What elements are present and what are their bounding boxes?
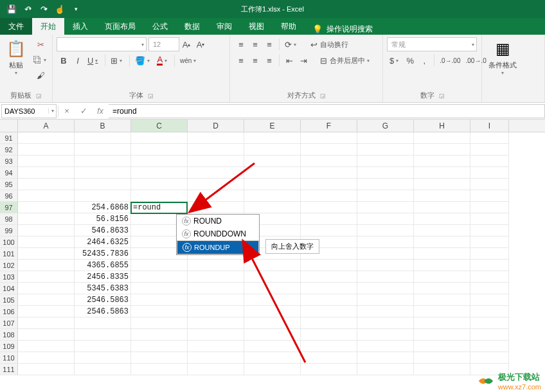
cell[interactable] — [75, 341, 131, 352]
cell[interactable]: 52435.7836 — [75, 248, 131, 260]
phonetic-button[interactable]: wén▾ — [177, 53, 201, 67]
cell[interactable] — [414, 248, 470, 260]
cell[interactable] — [301, 364, 357, 375]
cell[interactable] — [18, 132, 75, 144]
cell[interactable] — [301, 294, 357, 306]
comma-format-button[interactable]: , — [417, 53, 431, 67]
format-painter-button[interactable]: 🖌 — [31, 68, 51, 82]
cell[interactable] — [188, 294, 244, 306]
col-header-C[interactable]: C — [131, 120, 188, 132]
row-header[interactable]: 110 — [0, 352, 18, 364]
cell[interactable] — [301, 260, 357, 271]
cell[interactable] — [75, 167, 131, 179]
cell[interactable] — [357, 306, 414, 317]
tab-review[interactable]: 审阅 — [208, 18, 240, 35]
cell[interactable] — [244, 364, 301, 375]
cell[interactable] — [188, 283, 244, 294]
cell[interactable] — [131, 144, 188, 156]
bold-button[interactable]: B — [57, 53, 71, 67]
cell[interactable] — [188, 132, 244, 144]
cell[interactable] — [357, 190, 414, 202]
fill-color-button[interactable]: 🪣▾ — [132, 53, 154, 67]
cell[interactable] — [301, 306, 357, 317]
cell[interactable] — [131, 364, 188, 375]
cell[interactable] — [414, 341, 470, 352]
cell[interactable] — [357, 248, 414, 260]
tab-help[interactable]: 帮助 — [272, 18, 305, 35]
cell[interactable] — [301, 190, 357, 202]
cell[interactable] — [188, 352, 244, 364]
cell[interactable] — [131, 352, 188, 364]
cell[interactable] — [188, 156, 244, 167]
touch-mode-icon[interactable]: ☝ — [52, 1, 67, 17]
cell[interactable] — [414, 213, 470, 225]
cell[interactable] — [301, 213, 357, 225]
row-header[interactable]: 101 — [0, 248, 18, 260]
cell[interactable] — [301, 341, 357, 352]
cell[interactable] — [131, 294, 188, 306]
cell[interactable] — [244, 167, 301, 179]
row-header[interactable]: 100 — [0, 236, 18, 248]
cell[interactable] — [470, 306, 509, 317]
tab-formulas[interactable]: 公式 — [144, 18, 176, 35]
cell[interactable] — [244, 260, 301, 271]
wrap-text-button[interactable]: ↩自动换行 — [306, 37, 353, 51]
cell[interactable] — [357, 144, 414, 156]
cell[interactable] — [414, 190, 470, 202]
cell[interactable] — [470, 283, 509, 294]
cell[interactable]: 56.8156 — [75, 213, 131, 225]
cell[interactable] — [188, 190, 244, 202]
cell[interactable] — [244, 294, 301, 306]
row-header[interactable]: 94 — [0, 167, 18, 179]
font-size-select[interactable]: 12 — [148, 37, 179, 51]
cell[interactable] — [357, 156, 414, 167]
cell[interactable]: 254.6868 — [75, 202, 131, 213]
paste-button[interactable]: 📋 粘贴 ▾ — [4, 37, 28, 77]
col-header-B[interactable]: B — [75, 120, 131, 132]
cell[interactable] — [75, 352, 131, 364]
col-header-F[interactable]: F — [301, 120, 357, 132]
cell[interactable] — [18, 179, 75, 190]
row-header[interactable]: 108 — [0, 329, 18, 341]
cell[interactable] — [75, 190, 131, 202]
align-top-button[interactable]: ≡ — [234, 37, 248, 51]
decrease-font-button[interactable]: A▾ — [193, 37, 208, 51]
cell[interactable] — [18, 213, 75, 225]
cell[interactable] — [301, 329, 357, 341]
cell[interactable] — [244, 156, 301, 167]
cell[interactable] — [470, 236, 509, 248]
tab-file[interactable]: 文件 — [0, 18, 32, 35]
border-button[interactable]: ⊞▾ — [108, 53, 127, 67]
cell[interactable] — [188, 364, 244, 375]
cell[interactable]: 2546.5863 — [75, 306, 131, 317]
font-color-button[interactable]: A▾ — [154, 53, 172, 67]
cell[interactable] — [244, 352, 301, 364]
cell[interactable] — [18, 236, 75, 248]
row-header[interactable]: 95 — [0, 179, 18, 190]
align-left-button[interactable]: ≡ — [234, 53, 248, 67]
cell[interactable] — [470, 260, 509, 271]
redo-button[interactable]: ↷▾ — [36, 1, 51, 17]
col-header-H[interactable]: H — [414, 120, 470, 132]
cell[interactable] — [131, 179, 188, 190]
cell[interactable] — [470, 213, 509, 225]
cell[interactable] — [18, 271, 75, 283]
tab-home[interactable]: 开始 — [32, 18, 64, 35]
cell[interactable] — [301, 144, 357, 156]
row-header[interactable]: 106 — [0, 306, 18, 317]
dialog-launcher-icon[interactable]: ◲ — [148, 93, 154, 99]
cell[interactable] — [244, 271, 301, 283]
cell[interactable] — [301, 167, 357, 179]
cell[interactable] — [470, 329, 509, 341]
row-header[interactable]: 104 — [0, 283, 18, 294]
cell[interactable] — [18, 329, 75, 341]
cell[interactable] — [131, 283, 188, 294]
tab-data[interactable]: 数据 — [176, 18, 208, 35]
cell[interactable]: 2546.5863 — [75, 294, 131, 306]
cell[interactable] — [414, 317, 470, 329]
increase-font-button[interactable]: A▴ — [179, 37, 193, 51]
cell[interactable] — [244, 306, 301, 317]
cell[interactable] — [244, 283, 301, 294]
row-header[interactable]: 99 — [0, 225, 18, 236]
cell[interactable] — [357, 283, 414, 294]
